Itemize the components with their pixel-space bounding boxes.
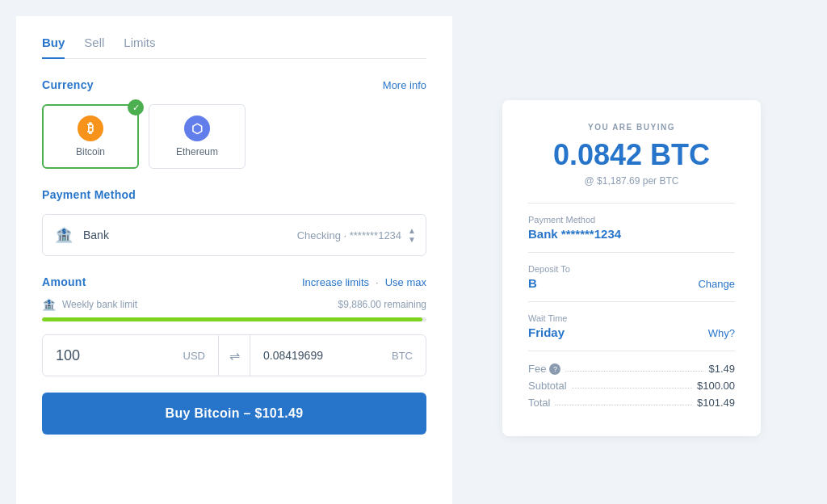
deposit-to-row: Deposit To B Change (528, 264, 735, 290)
selected-check-icon: ✓ (128, 99, 144, 116)
currency-title: Currency (42, 78, 94, 91)
deposit-to-flex: B Change (528, 276, 735, 290)
payment-title: Payment Method (42, 188, 136, 201)
divider-3 (528, 301, 735, 302)
spinner-arrows-icon[interactable]: ▲ ▼ (408, 226, 416, 244)
wait-time-label: Wait Time (528, 313, 735, 323)
fee-label: Fee (528, 363, 546, 375)
deposit-to-value: B (528, 276, 537, 290)
fee-dots (565, 359, 703, 372)
use-max-link[interactable]: Use max (385, 276, 426, 288)
subtotal-row: Subtotal $100.00 (528, 380, 735, 392)
wait-time-row: Wait Time Friday Why? (528, 313, 735, 339)
deposit-to-label: Deposit To (528, 264, 735, 274)
amount-inputs: USD ⇌ 0.08419699 BTC (42, 334, 426, 376)
limit-label: Weekly bank limit (62, 299, 338, 310)
currency-header: Currency More info (42, 78, 426, 91)
left-panel: Buy Sell Limits Currency More info ✓ ₿ B… (16, 16, 452, 504)
currency-card-eth[interactable]: ⬡ Ethereum (149, 104, 246, 169)
fee-row: Fee ? $1.49 (528, 363, 735, 375)
amount-title: Amount (42, 275, 86, 288)
btc-currency-label: BTC (392, 350, 413, 362)
tab-limits[interactable]: Limits (124, 36, 155, 59)
usd-input[interactable] (56, 347, 120, 364)
total-dots (555, 393, 692, 405)
swap-icon[interactable]: ⇌ (218, 335, 250, 376)
increase-limits-link[interactable]: Increase limits (302, 276, 369, 288)
payment-method-label: Payment Method (528, 215, 735, 225)
payment-method-box[interactable]: 🏦 Bank Checking · *******1234 ▲ ▼ (42, 214, 426, 256)
payment-method-value: Bank *******1234 (528, 227, 735, 241)
limit-row: 🏦 Weekly bank limit $9,886.00 remaining (42, 298, 426, 311)
payment-method-row: Payment Method Bank *******1234 (528, 215, 735, 241)
receipt-amount: 0.0842 BTC (528, 138, 735, 172)
btc-value: 0.08419699 (263, 349, 323, 362)
fee-amount: $1.49 (708, 363, 735, 375)
subtotal-dots (572, 376, 692, 388)
subtotal-amount: $100.00 (697, 380, 735, 392)
amount-header: Amount Increase limits · Use max (42, 275, 426, 288)
eth-label: Ethereum (176, 146, 218, 158)
btc-input-area: 0.08419699 BTC (250, 349, 426, 362)
tabs: Buy Sell Limits (42, 36, 426, 59)
currency-options: ✓ ₿ Bitcoin ⬡ Ethereum (42, 104, 426, 169)
limit-remaining: $9,886.00 remaining (338, 299, 426, 310)
tab-buy[interactable]: Buy (42, 36, 65, 59)
wait-time-value: Friday (528, 326, 565, 339)
fee-info-icon[interactable]: ? (549, 363, 560, 375)
total-label: Total (528, 397, 550, 409)
usd-label: USD (183, 350, 205, 362)
btc-icon: ₿ (78, 116, 103, 141)
right-panel: YOU ARE BUYING 0.0842 BTC @ $1,187.69 pe… (452, 16, 811, 504)
divider-1 (528, 203, 735, 204)
more-info-link[interactable]: More info (383, 79, 426, 91)
total-amount: $101.49 (697, 397, 735, 409)
change-link[interactable]: Change (698, 278, 735, 290)
buying-label: YOU ARE BUYING (528, 123, 735, 132)
limit-bank-icon: 🏦 (42, 298, 56, 311)
bank-label: Bank (83, 229, 297, 242)
btc-label: Bitcoin (76, 146, 105, 158)
currency-card-btc[interactable]: ✓ ₿ Bitcoin (42, 104, 139, 169)
receipt-rate: @ $1,187.69 per BTC (528, 175, 735, 187)
app-container: Buy Sell Limits Currency More info ✓ ₿ B… (16, 16, 811, 504)
total-row: Total $101.49 (528, 397, 735, 409)
progress-bar (42, 317, 426, 321)
receipt-card: YOU ARE BUYING 0.0842 BTC @ $1,187.69 pe… (502, 100, 761, 436)
divider-4 (528, 351, 735, 351)
wait-time-flex: Friday Why? (528, 326, 735, 339)
buy-button[interactable]: Buy Bitcoin – $101.49 (42, 393, 426, 435)
eth-icon: ⬡ (184, 116, 210, 141)
payment-header: Payment Method (42, 188, 426, 201)
bank-icon: 🏦 (52, 224, 75, 246)
fee-label-wrap: Fee ? (528, 363, 560, 375)
amount-links: Increase limits · Use max (302, 276, 426, 288)
divider-2 (528, 252, 735, 253)
why-link[interactable]: Why? (708, 327, 735, 339)
subtotal-label: Subtotal (528, 380, 567, 392)
usd-input-area: USD (43, 347, 218, 364)
dot-separator: · (376, 276, 379, 288)
bank-account: Checking · *******1234 (297, 229, 401, 242)
progress-fill (42, 317, 422, 321)
tab-sell[interactable]: Sell (84, 36, 104, 59)
